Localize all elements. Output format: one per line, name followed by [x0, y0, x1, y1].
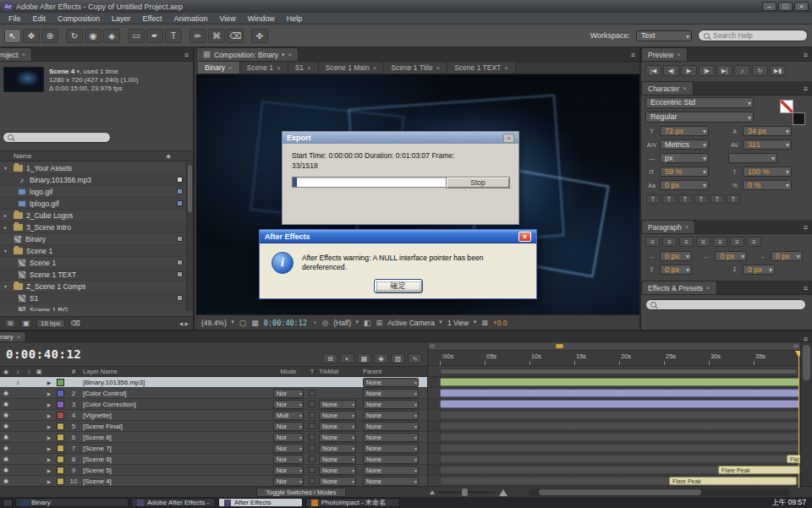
export-dialog-titlebar[interactable]: Export ×: [283, 132, 518, 144]
track-matte-select[interactable]: None: [319, 477, 356, 486]
expand-arrow-icon[interactable]: ▶: [44, 401, 54, 407]
menu-view[interactable]: View: [213, 14, 241, 23]
project-scrollbar[interactable]: [186, 162, 193, 311]
track-matte-select[interactable]: None: [319, 466, 356, 475]
expand-arrow-icon[interactable]: ▸: [4, 224, 10, 230]
work-area-bar[interactable]: [440, 369, 798, 374]
tab-project[interactable]: Project ×: [0, 47, 32, 61]
close-icon[interactable]: ×: [288, 51, 293, 58]
bit-depth-button[interactable]: 16 bpc: [36, 319, 65, 328]
help-search[interactable]: [698, 30, 808, 41]
blend-mode-select[interactable]: Nor: [273, 400, 304, 409]
toggle-box[interactable]: [309, 401, 315, 407]
layer-name[interactable]: [Scene 5]: [81, 467, 270, 474]
toggle-box[interactable]: [309, 423, 315, 429]
camera-select[interactable]: Active Camera: [387, 319, 442, 327]
toggle-box[interactable]: [309, 445, 315, 451]
blend-mode-select[interactable]: Nor: [273, 444, 304, 453]
label-chip[interactable]: [177, 236, 183, 242]
layer-duration-bar[interactable]: [440, 411, 799, 419]
project-item[interactable]: ▸2_Cube Logos: [0, 210, 186, 221]
brush-tool-button[interactable]: ✏: [189, 29, 206, 43]
time-ruler[interactable]: :00s 05s 10s 15s 20s 25s 30s 35s 40s: [428, 351, 800, 366]
menu-animation[interactable]: Animation: [167, 14, 213, 23]
label-chip[interactable]: [177, 295, 183, 301]
eye-icon[interactable]: ◉: [0, 456, 12, 462]
baseline-shift-select[interactable]: 0 px: [660, 180, 709, 190]
layer-name[interactable]: [Scene 7]: [81, 445, 270, 452]
audio-toggle-button[interactable]: ♪: [734, 65, 750, 76]
expand-arrow-icon[interactable]: ▾: [4, 248, 10, 254]
parent-select[interactable]: None: [363, 455, 419, 464]
toggle-box[interactable]: [309, 434, 315, 440]
project-item[interactable]: Scene 1 TEXT: [0, 269, 186, 281]
column-layer-name[interactable]: Layer Name: [81, 368, 270, 375]
close-icon[interactable]: ×: [307, 64, 311, 72]
toggle-box[interactable]: [309, 467, 315, 473]
layer-name[interactable]: [Vignette]: [81, 412, 270, 419]
layer-duration-bar[interactable]: [440, 455, 799, 463]
rotation-tool-button[interactable]: ↻: [66, 29, 83, 43]
comp-tab-scene-1-title[interactable]: Scene 1 Title×: [384, 62, 447, 74]
align-center-button[interactable]: ≡: [662, 237, 677, 247]
label-chip[interactable]: [177, 188, 183, 194]
layer-row[interactable]: ◉ ▶ 8 [Scene 6] Nor None None: [0, 454, 427, 465]
close-icon[interactable]: ×: [277, 64, 281, 72]
parent-select[interactable]: None: [363, 477, 419, 486]
timeline-vertical-scrollbar[interactable]: [800, 342, 812, 488]
comp-tab-scene-1-main[interactable]: Scene 1 Main×: [319, 62, 385, 74]
blend-mode-select[interactable]: Nor: [273, 477, 304, 486]
align-left-button[interactable]: ≡: [645, 237, 660, 247]
layer-duration-bar[interactable]: [440, 378, 799, 386]
graph-editor-icon[interactable]: ∿: [408, 353, 422, 363]
layer-track[interactable]: [428, 443, 800, 454]
toggle-box[interactable]: [309, 412, 315, 418]
taskbar-item-after-effects-project[interactable]: Adobe After Effects -: [131, 498, 216, 507]
project-item[interactable]: ▾Z_Scene 1 Comps: [0, 281, 186, 292]
grid-guides-icon[interactable]: ▢: [239, 319, 247, 327]
eye-icon[interactable]: ◉: [0, 423, 12, 429]
eye-icon[interactable]: ◉: [0, 478, 12, 484]
close-icon[interactable]: ×: [504, 64, 508, 72]
layer-name[interactable]: [Scene 4]: [81, 478, 270, 485]
label-swatch[interactable]: [57, 423, 64, 430]
timeline-track-area[interactable]: :00s 05s 10s 15s 20s 25s 30s 35s 40s Fla…: [427, 342, 800, 488]
first-line-indent-field[interactable]: 0 px: [715, 251, 747, 261]
track-matte-select[interactable]: None: [319, 444, 356, 453]
layer-row[interactable]: ◉ ▶ 5 [Scene Final] Nor None None: [0, 421, 427, 432]
minimize-button[interactable]: –: [762, 2, 776, 11]
help-search-input[interactable]: [713, 31, 798, 40]
close-button[interactable]: ×: [794, 2, 809, 11]
expand-arrow-icon[interactable]: ▶: [44, 434, 54, 440]
justify-last-right-button[interactable]: ≡: [730, 237, 744, 247]
magnification-select[interactable]: (49.4%): [201, 319, 234, 327]
scroll-right-icon[interactable]: ▶: [184, 320, 189, 326]
tab-character[interactable]: Character×: [641, 81, 694, 95]
eraser-tool-button[interactable]: ⌫: [227, 29, 244, 43]
justify-last-left-button[interactable]: ≡: [696, 237, 710, 247]
layer-row[interactable]: ♪ ▶ 1 [Binary.101356.mp3] None: [0, 377, 427, 388]
justify-last-center-button[interactable]: ≡: [713, 237, 727, 247]
project-item[interactable]: Scene 1: [0, 257, 186, 269]
timeline-zoom-slider[interactable]: [430, 489, 508, 496]
zoom-in-icon[interactable]: [499, 489, 508, 496]
layer-duration-bar[interactable]: [440, 433, 799, 441]
kerning-select[interactable]: Metrics: [660, 139, 709, 150]
close-icon[interactable]: ×: [17, 333, 21, 341]
panel-menu-icon[interactable]: ≡: [804, 335, 808, 342]
new-folder-icon[interactable]: ⊞: [4, 319, 16, 328]
expand-arrow-icon[interactable]: ▾: [4, 165, 10, 171]
toggle-box[interactable]: [309, 390, 315, 396]
expand-arrow-icon[interactable]: ▸: [4, 212, 10, 218]
panel-menu-icon[interactable]: ≡: [184, 51, 189, 59]
space-after-field[interactable]: 0 px: [743, 265, 775, 275]
small-caps-button[interactable]: T: [694, 194, 708, 204]
faux-bold-button[interactable]: T: [646, 194, 660, 204]
pixel-aspect-icon[interactable]: ⊠: [481, 319, 488, 327]
eye-icon[interactable]: ◉: [0, 467, 12, 473]
layer-track[interactable]: [428, 399, 800, 410]
label-chip[interactable]: [177, 271, 183, 277]
blend-mode-select[interactable]: Nor: [273, 422, 304, 431]
blend-mode-select[interactable]: Nor: [273, 455, 304, 464]
fill-color-swatch[interactable]: [780, 100, 793, 113]
